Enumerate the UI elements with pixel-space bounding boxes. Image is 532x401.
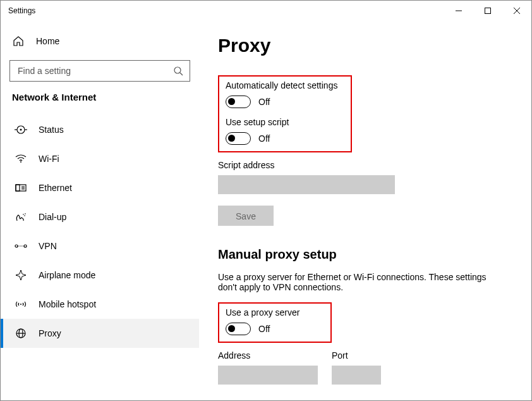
sidebar-item-label: Proxy [39, 328, 61, 338]
close-button[interactable] [502, 1, 531, 21]
ethernet-icon [15, 182, 27, 194]
svg-line-5 [180, 73, 183, 75]
use-proxy-state: Off [258, 324, 270, 334]
sidebar-item-hotspot[interactable]: Mobile hotspot [1, 290, 199, 319]
use-proxy-highlight: Use a proxy server Off [218, 302, 332, 343]
titlebar: Settings [1, 1, 531, 21]
sidebar-item-label: Wi-Fi [39, 154, 59, 164]
main-content: Proxy Automatically detect settings Off … [199, 21, 531, 400]
setup-script-label: Use setup script [226, 117, 344, 127]
sidebar-item-label: Airplane mode [39, 270, 95, 280]
category-header: Network & Internet [1, 92, 199, 115]
auto-detect-state: Off [258, 97, 270, 107]
sidebar-item-label: Dial-up [39, 212, 66, 222]
svg-point-17 [24, 215, 25, 216]
sidebar-item-vpn[interactable]: VPN [1, 231, 199, 261]
sidebar-item-label: Ethernet [39, 183, 72, 193]
svg-rect-1 [485, 8, 491, 14]
address-label: Address [218, 350, 318, 361]
sidebar-item-ethernet[interactable]: Ethernet [1, 173, 199, 202]
search-field[interactable] [16, 65, 173, 77]
port-input [332, 366, 381, 385]
sidebar-item-label: VPN [39, 241, 57, 251]
use-proxy-toggle[interactable] [226, 323, 251, 335]
setup-script-toggle[interactable] [226, 132, 251, 145]
sidebar-item-label: Status [39, 125, 64, 135]
address-input [218, 366, 318, 385]
search-icon [173, 66, 183, 76]
hotspot-icon [15, 298, 27, 311]
status-icon [15, 123, 27, 136]
vpn-icon [15, 240, 27, 252]
auto-proxy-highlight: Automatically detect settings Off Use se… [218, 75, 352, 152]
sidebar-item-wifi[interactable]: Wi-Fi [1, 144, 199, 173]
search-input[interactable] [9, 60, 190, 82]
svg-point-4 [174, 67, 181, 73]
page-title: Proxy [218, 35, 512, 56]
sidebar-item-status[interactable]: Status [1, 115, 199, 144]
use-proxy-label: Use a proxy server [226, 307, 324, 318]
window-title: Settings [8, 6, 35, 15]
sidebar-item-home[interactable]: Home [1, 28, 199, 54]
save-button: Save [218, 206, 274, 226]
maximize-button[interactable] [473, 1, 502, 21]
svg-point-22 [20, 304, 21, 305]
dialup-icon [15, 211, 27, 223]
minimize-button[interactable] [444, 1, 473, 21]
setup-script-state: Off [258, 133, 270, 144]
svg-point-16 [23, 214, 24, 215]
airplane-icon [15, 269, 27, 281]
manual-proxy-desc: Use a proxy server for Ethernet or Wi-Fi… [218, 272, 496, 292]
home-label: Home [36, 36, 59, 46]
svg-point-19 [15, 245, 18, 247]
sidebar: Home Network & Internet Status Wi-Fi [1, 21, 199, 400]
auto-detect-toggle[interactable] [226, 96, 251, 108]
svg-point-20 [24, 245, 27, 247]
manual-proxy-title: Manual proxy setup [218, 247, 512, 262]
svg-point-10 [20, 161, 21, 163]
svg-point-9 [20, 129, 22, 131]
sidebar-item-proxy[interactable]: Proxy [1, 319, 199, 348]
sidebar-item-dialup[interactable]: Dial-up [1, 202, 199, 231]
port-label: Port [332, 350, 381, 361]
sidebar-item-airplane[interactable]: Airplane mode [1, 261, 199, 290]
script-address-label: Script address [218, 160, 512, 170]
svg-rect-12 [16, 185, 20, 191]
sidebar-item-label: Mobile hotspot [39, 299, 96, 309]
wifi-icon [15, 152, 27, 165]
script-address-input [218, 175, 395, 194]
proxy-icon [15, 327, 27, 340]
auto-detect-label: Automatically detect settings [226, 80, 344, 90]
home-icon [12, 35, 25, 47]
svg-point-18 [25, 213, 26, 214]
